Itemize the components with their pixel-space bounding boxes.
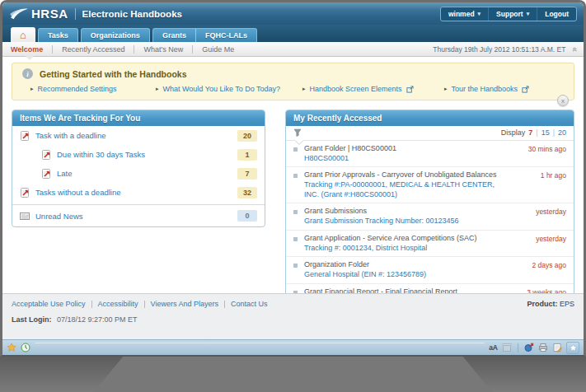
tracking-panel-title: Items We Are Tracking For You bbox=[12, 110, 265, 126]
footer-link-viewers-players[interactable]: Viewers And Players bbox=[151, 300, 218, 308]
task-icon bbox=[41, 169, 51, 179]
tab-fqhc-lals[interactable]: FQHC-LALs bbox=[195, 28, 257, 42]
footer-link-contact-us[interactable]: Contact Us bbox=[231, 300, 268, 308]
recent-item-link[interactable]: Tracking #:PA-00000001, MEDICAL & HEALTH… bbox=[304, 180, 507, 199]
tracking-row-tasks-without-deadline[interactable]: Tasks without a deadline 32 bbox=[12, 183, 265, 202]
tracking-row-unread-news[interactable]: Unread News 0 bbox=[12, 204, 265, 226]
chevron-down-icon: ▾ bbox=[527, 11, 530, 17]
hrsa-eagle-icon bbox=[9, 7, 29, 21]
recent-item-link[interactable]: H80CS00001 bbox=[304, 154, 507, 164]
count-badge: 32 bbox=[237, 187, 257, 198]
app-title: Electronic Handbooks bbox=[82, 9, 182, 19]
edit-note-icon[interactable] bbox=[552, 343, 562, 352]
count-badge: 7 bbox=[237, 168, 257, 180]
tracking-link[interactable]: Late bbox=[57, 169, 73, 178]
display-option-20[interactable]: 20 bbox=[558, 128, 566, 137]
recent-item-time: 2 days ago bbox=[513, 260, 566, 279]
tracking-link[interactable]: Unread News bbox=[35, 212, 83, 221]
monitor-frame: HRSA Electronic Handbooks winmed ▾ Suppo… bbox=[0, 0, 586, 392]
bullet-square-icon bbox=[293, 147, 298, 152]
bullet-square-icon bbox=[293, 210, 298, 214]
text-size-icon[interactable]: aA bbox=[489, 343, 498, 352]
share-globe-icon[interactable] bbox=[524, 343, 534, 352]
recent-item-link[interactable]: Tracking #: 0001234, District Hospital bbox=[304, 244, 507, 254]
tab-grants[interactable]: Grants bbox=[152, 28, 195, 42]
tab-label: Grants bbox=[162, 31, 186, 40]
tab-organizations[interactable]: Organizations bbox=[81, 28, 150, 42]
tracking-row-task-with-deadline[interactable]: Task with a deadline 20 bbox=[12, 126, 265, 145]
recent-item-link[interactable]: General Hospital (EIN #: 123456789) bbox=[304, 270, 507, 280]
bullet-square-icon bbox=[293, 237, 298, 241]
collapse-chevrons-icon[interactable]: « bbox=[570, 47, 579, 52]
footer-link-accessibility[interactable]: Accessibility bbox=[98, 300, 138, 308]
banner-close-button[interactable]: x bbox=[557, 95, 569, 106]
bullet-square-icon bbox=[293, 174, 298, 178]
tracking-row-due-within-30-days[interactable]: Due within 30 days Tasks 1 bbox=[12, 145, 265, 164]
stand-trapezoid bbox=[0, 357, 586, 392]
link-recommended-settings[interactable]: ▸ Recommended Settings bbox=[30, 85, 156, 93]
archive-box-icon[interactable] bbox=[502, 343, 512, 352]
tab-home[interactable]: ⌂ bbox=[11, 27, 35, 42]
recent-item-title: Organization Folder bbox=[304, 260, 507, 270]
tracking-link[interactable]: Task with a deadline bbox=[35, 131, 106, 140]
recent-item-time: 3 weeks ago bbox=[513, 287, 566, 293]
tab-label: Organizations bbox=[91, 31, 140, 40]
display-label: Display bbox=[501, 128, 526, 137]
subnav-item-welcome[interactable]: Welcome bbox=[9, 45, 45, 54]
tracking-link[interactable]: Tasks without a deadline bbox=[35, 188, 121, 197]
tab-tasks[interactable]: Tasks bbox=[38, 28, 78, 42]
link-handbook-screen-elements[interactable]: ▸ Handbook Screen Elements bbox=[302, 85, 444, 93]
external-link-icon bbox=[406, 86, 414, 93]
filter-funnel-icon[interactable] bbox=[293, 128, 302, 137]
close-icon: x bbox=[561, 97, 565, 105]
user-menu-button[interactable]: winmed ▾ bbox=[441, 7, 488, 21]
count-badge: 0 bbox=[237, 210, 257, 222]
logout-button[interactable]: Logout bbox=[537, 7, 576, 21]
tracking-link[interactable]: Due within 30 days Tasks bbox=[57, 150, 145, 159]
arrow-bullet-icon: ▸ bbox=[444, 86, 448, 92]
count-badge: 1 bbox=[237, 149, 257, 161]
recent-item-title: Grant Financial Report - Final Financial… bbox=[304, 287, 507, 293]
recent-item-title: Grant Application - Service Area Competi… bbox=[304, 234, 507, 244]
main-content: i Getting Started with the Handbooks ▸ R… bbox=[2, 57, 584, 293]
display-option-15[interactable]: 15 bbox=[541, 128, 550, 137]
external-link-icon bbox=[522, 86, 529, 93]
display-option-7[interactable]: 7 bbox=[528, 128, 532, 137]
banner-link-label: Tour the Handbooks bbox=[452, 85, 518, 93]
tracking-row-late[interactable]: Late 7 bbox=[12, 164, 265, 183]
task-icon bbox=[20, 131, 30, 141]
subnav-item-guide-me[interactable]: Guide Me bbox=[200, 45, 236, 54]
link-what-would-you-like[interactable]: ▸ What Would You Like To Do Today? bbox=[156, 85, 302, 93]
support-menu-button[interactable]: Support ▾ bbox=[488, 7, 537, 21]
star-button[interactable] bbox=[566, 342, 579, 354]
divider bbox=[52, 45, 53, 54]
home-icon: ⌂ bbox=[20, 30, 26, 40]
tracking-panel: Items We Are Tracking For You Task with … bbox=[12, 110, 265, 227]
product-value: EPS bbox=[560, 300, 574, 308]
status-bar: aA bbox=[2, 339, 584, 355]
history-clock-icon[interactable] bbox=[21, 343, 30, 352]
subnav-item-whats-new[interactable]: What's New bbox=[142, 45, 185, 54]
newspaper-icon bbox=[20, 211, 30, 221]
subnav-item-recently-accessed[interactable]: Recently Accessed bbox=[60, 45, 126, 54]
product-key: Product: bbox=[527, 300, 557, 308]
last-login-value: 07/18/12 9:27:00 PM ET bbox=[57, 315, 138, 324]
page-footer: Acceptable Use Policy Accessibility View… bbox=[2, 293, 584, 339]
recent-item-row: Grant Submissions Grant Submission Track… bbox=[286, 203, 574, 230]
white-star-icon bbox=[569, 343, 578, 352]
task-icon bbox=[20, 188, 30, 198]
recent-item-link[interactable]: Grant Submission Tracking Number: 001234… bbox=[304, 217, 507, 226]
footer-link-acceptable-use[interactable]: Acceptable Use Policy bbox=[12, 300, 86, 308]
print-icon[interactable] bbox=[538, 343, 548, 352]
link-tour-the-handbooks[interactable]: ▸ Tour the Handbooks bbox=[444, 85, 565, 93]
favorite-star-icon[interactable] bbox=[7, 343, 16, 352]
recent-item-time: 30 mins ago bbox=[513, 144, 566, 163]
getting-started-banner: i Getting Started with the Handbooks ▸ R… bbox=[12, 63, 574, 100]
arrow-bullet-icon: ▸ bbox=[30, 86, 34, 92]
divider bbox=[192, 45, 193, 54]
recent-item-row: Grant Prior Approvals - Carryover of Uno… bbox=[286, 167, 574, 203]
app-header: HRSA Electronic Handbooks winmed ▾ Suppo… bbox=[2, 2, 584, 25]
tab-label: Tasks bbox=[48, 31, 68, 40]
banner-link-label: Handbook Screen Elements bbox=[310, 85, 402, 93]
recently-accessed-panel: My Recently Accessed Display 7 | 15 | bbox=[285, 110, 574, 293]
